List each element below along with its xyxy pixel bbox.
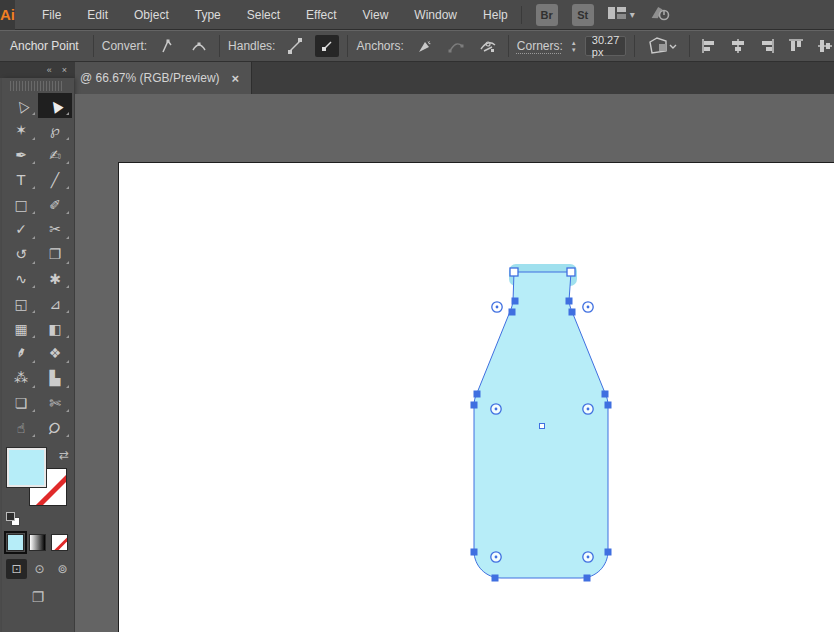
draw-normal-button[interactable]: ⊡ (6, 559, 27, 579)
align-left-button[interactable] (698, 35, 720, 57)
magic-wand-tool[interactable]: ✶ (4, 118, 38, 143)
pen-tool[interactable]: ✒ (4, 143, 38, 168)
stepper-down-icon[interactable]: ▼ (571, 47, 577, 53)
connect-endpoints-button[interactable] (444, 35, 468, 57)
rectangle-tool[interactable]: □ (4, 192, 38, 217)
separator (508, 35, 509, 57)
selected-anchor-point[interactable] (584, 575, 591, 582)
stock-button[interactable]: St (572, 4, 594, 26)
selected-anchor-point[interactable] (474, 391, 481, 398)
menu-edit[interactable]: Edit (74, 0, 121, 30)
tab-close-icon[interactable]: × (232, 71, 240, 86)
zoom-tool[interactable]: Ϙ (38, 415, 72, 440)
direct-selection-icon: ▲ (47, 97, 64, 115)
selected-anchor-point[interactable] (492, 575, 499, 582)
corners-label[interactable]: Corners: (517, 39, 563, 53)
align-top-button[interactable] (785, 35, 807, 57)
direct-selection-tool[interactable]: ▲ (38, 93, 72, 118)
change-screen-mode-button[interactable]: ❐ (26, 589, 50, 605)
none-button[interactable] (51, 534, 68, 551)
eyedropper-tool[interactable]: ✒ (4, 341, 38, 366)
selected-anchor-point[interactable] (605, 402, 612, 409)
convert-to-corner-button[interactable] (155, 35, 179, 57)
canvas[interactable] (75, 94, 834, 632)
bridge-button[interactable]: Br (536, 4, 558, 26)
document-tab-bar: @ 66.67% (RGB/Preview) × (75, 62, 834, 94)
live-corner-widget-dot (495, 556, 498, 559)
menu-effect[interactable]: Effect (293, 0, 349, 30)
workspace-switcher[interactable]: ▾ (608, 6, 635, 23)
menu-view[interactable]: View (350, 0, 402, 30)
panel-grip[interactable] (10, 81, 62, 91)
puppet-warp-tool[interactable]: ✱ (38, 267, 72, 292)
align-horizontal-center-button[interactable] (727, 35, 749, 57)
scale-icon: ❐ (49, 247, 62, 261)
lasso-tool[interactable]: ℘ (38, 118, 72, 143)
gradient-button[interactable] (29, 534, 46, 551)
menu-type[interactable]: Type (182, 0, 234, 30)
separator (689, 35, 690, 57)
scale-tool[interactable]: ❐ (38, 242, 72, 267)
rotate-tool[interactable]: ↺ (4, 242, 38, 267)
stepper-up-icon[interactable]: ▲ (571, 40, 577, 46)
shape-builder-tool[interactable]: ◱ (4, 291, 38, 316)
menu-window[interactable]: Window (401, 0, 470, 30)
line-segment-tool[interactable]: ╱ (38, 167, 72, 192)
live-corner-widget-dot (587, 306, 590, 309)
selected-anchor-point[interactable] (566, 298, 573, 305)
perspective-grid-icon: ⊿ (49, 297, 61, 311)
remove-selected-anchors-button[interactable] (412, 35, 436, 57)
selection-tool[interactable]: △ (4, 93, 38, 118)
curvature-tool[interactable]: ✍ (38, 143, 72, 168)
default-fill-stroke-icon[interactable] (6, 512, 20, 526)
menu-file[interactable]: File (29, 0, 74, 30)
gpu-performance-icon[interactable] (649, 4, 671, 25)
chevron-down-icon: ▾ (630, 9, 635, 20)
shaper-tool[interactable]: ✓ (4, 217, 38, 242)
draw-behind-button[interactable]: ⊙ (29, 559, 50, 579)
selected-anchor-point[interactable] (512, 298, 519, 305)
type-tool[interactable]: T (4, 167, 38, 192)
swap-fill-stroke-icon[interactable]: ⇄ (59, 448, 69, 462)
symbol-sprayer-tool[interactable]: ⁂ (4, 366, 38, 391)
color-button[interactable] (7, 534, 24, 551)
align-vertical-center-button[interactable] (814, 35, 834, 57)
convert-label: Convert: (102, 39, 147, 53)
column-graph-tool[interactable]: ▙ (38, 366, 72, 391)
isolate-selected-object-button[interactable] (643, 35, 681, 57)
selected-anchor-point[interactable] (569, 309, 576, 316)
show-handles-button[interactable] (283, 35, 307, 57)
align-right-button[interactable] (756, 35, 778, 57)
collapse-panel-icon[interactable]: « (47, 65, 52, 75)
paintbrush-tool[interactable]: ✐ (38, 192, 72, 217)
document-tab[interactable]: @ 66.67% (RGB/Preview) × (68, 62, 252, 94)
draw-inside-button[interactable]: ⊚ (52, 559, 73, 579)
perspective-grid-tool[interactable]: ⊿ (38, 291, 72, 316)
close-panel-icon[interactable]: × (62, 65, 67, 75)
selected-anchor-point[interactable] (605, 549, 612, 556)
blend-tool[interactable]: ❖ (38, 341, 72, 366)
fill-swatch[interactable] (7, 448, 46, 487)
anchor-point[interactable] (510, 268, 518, 276)
menu-bar: Ai File Edit Object Type Select Effect V… (0, 0, 834, 30)
cut-path-button[interactable] (476, 35, 500, 57)
corners-stepper[interactable]: ▲ ▼ (571, 40, 577, 53)
width-tool[interactable]: ∿ (4, 267, 38, 292)
selected-anchor-point[interactable] (471, 402, 478, 409)
corners-input[interactable]: 30.27 px (585, 36, 627, 56)
menu-help[interactable]: Help (470, 0, 521, 30)
artboard-tool[interactable]: ❏ (4, 391, 38, 416)
menu-object[interactable]: Object (121, 0, 182, 30)
scissors-tool[interactable]: ✂ (38, 217, 72, 242)
gradient-tool[interactable]: ◧ (38, 316, 72, 341)
slice-tool[interactable]: ✄ (38, 391, 72, 416)
selected-anchor-point[interactable] (602, 391, 609, 398)
hide-handles-button[interactable] (315, 35, 339, 57)
hand-tool[interactable]: ☝ (4, 415, 38, 440)
menu-select[interactable]: Select (234, 0, 293, 30)
selected-anchor-point[interactable] (509, 309, 516, 316)
mesh-tool[interactable]: ▦ (4, 316, 38, 341)
anchor-point[interactable] (567, 268, 575, 276)
selected-anchor-point[interactable] (471, 549, 478, 556)
convert-to-smooth-button[interactable] (187, 35, 211, 57)
